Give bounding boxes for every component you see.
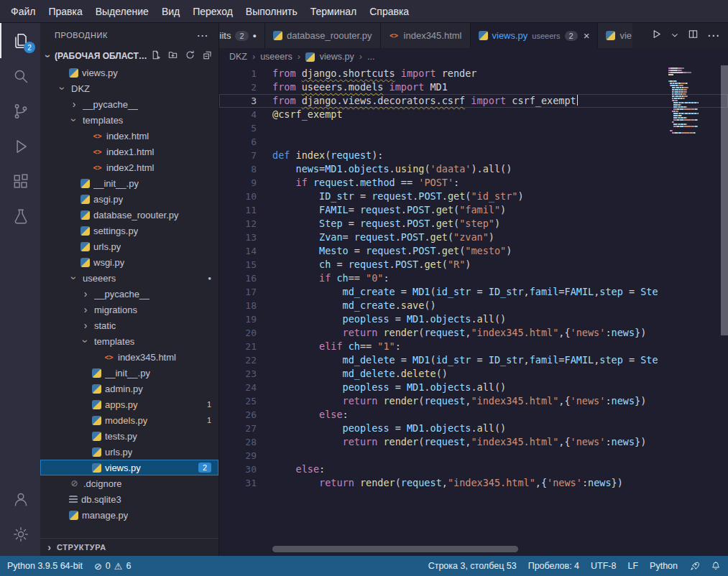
tree-item-index1-html[interactable]: index1.html (40, 144, 218, 159)
tree-item-dcignore[interactable]: .dcignore (40, 475, 218, 491)
breadcrumb-file[interactable]: views.py (320, 52, 354, 62)
tree-item-manage-py[interactable]: manage.py (40, 507, 218, 523)
code-line-18[interactable]: 18 md_create.save() (219, 299, 728, 312)
code-line-12[interactable]: 12 Step = request.POST.get("step") (219, 217, 728, 231)
code-line-31[interactable]: 31 return render(request,"index345.html"… (219, 476, 728, 490)
menu-item-8[interactable]: Справка (363, 3, 415, 20)
code-line-1[interactable]: 1from django.shortcuts import render (219, 67, 728, 80)
tree-item-admin-py[interactable]: admin.py (40, 381, 218, 396)
menu-item-4[interactable]: Вид (155, 3, 186, 20)
code-line-5[interactable]: 5 (219, 121, 728, 135)
tree-item-database-roouter-py[interactable]: database_roouter.py (40, 207, 218, 223)
workspace-section-header[interactable]: (РАБОЧАЯ ОБЛАСТЬ) ... (40, 47, 218, 64)
code-line-8[interactable]: 8 news=MD1.objects.using('daata').all() (219, 162, 728, 176)
collapse-all-icon[interactable] (202, 50, 213, 62)
tree-item-index345-html[interactable]: index345.html (40, 349, 218, 365)
tree-item-useeers[interactable]: useeers● (40, 270, 218, 286)
tree-item-wsgi-py[interactable]: wsgi.py (40, 254, 218, 270)
vertical-scrollbar[interactable] (721, 65, 728, 335)
notifications-bell-icon[interactable] (711, 561, 721, 571)
code-line-17[interactable]: 17 md_create = MD1(id_str = ID_str,famil… (219, 285, 728, 299)
close-icon[interactable]: × (584, 29, 590, 42)
code-editor[interactable]: 1from django.shortcuts import render2fro… (219, 65, 728, 556)
tree-item-apps-py[interactable]: apps.py1 (40, 396, 218, 412)
menu-item-3[interactable]: Выделение (89, 3, 155, 20)
tree-item-templates[interactable]: templates (40, 333, 218, 349)
tree-item-static[interactable]: static (40, 317, 218, 333)
refresh-icon[interactable] (185, 50, 195, 62)
code-line-28[interactable]: 28 return render(request,"index345.html"… (219, 435, 728, 449)
tree-item-init-py[interactable]: __init__.py (40, 175, 218, 191)
tree-item-models-py[interactable]: models.py1 (40, 412, 218, 428)
python-interpreter[interactable]: Python 3.9.5 64-bit (7, 561, 83, 571)
problems-indicator[interactable]: ⊘ 0 ⚠ 6 (94, 561, 131, 572)
source-control-button[interactable] (0, 93, 40, 129)
breadcrumb-folder[interactable]: useeers (260, 52, 292, 62)
tab-vie[interactable]: vie (598, 23, 632, 48)
indentation-setting[interactable]: Пробелов: 4 (528, 561, 579, 571)
run-python-file-icon[interactable] (651, 29, 662, 42)
code-line-15[interactable]: 15 ch = request.POST.get("R") (219, 258, 728, 271)
tree-item-views-py[interactable]: views.py2 (40, 460, 218, 475)
code-line-21[interactable]: 21 elif ch== "1": (219, 340, 728, 353)
code-line-4[interactable]: 4@csrf_exempt (219, 108, 728, 121)
code-line-16[interactable]: 16 if ch== "0": (219, 271, 728, 285)
tree-item-urls-py[interactable]: urls.py (40, 238, 218, 254)
tab-views-py[interactable]: views.pyuseeers2× (471, 23, 599, 48)
code-line-13[interactable]: 13 Zvan= request.POST.get("zvan") (219, 231, 728, 244)
code-line-27[interactable]: 27 peopless = MD1.objects.all() (219, 422, 728, 435)
menu-item-7[interactable]: Терминал (304, 3, 363, 20)
encoding-setting[interactable]: UTF-8 (591, 561, 616, 571)
search-button[interactable] (0, 58, 40, 93)
tab-database-roouter-py[interactable]: database_roouter.py (265, 23, 381, 48)
eol-setting[interactable]: LF (627, 561, 638, 571)
settings-button[interactable] (0, 516, 40, 552)
code-line-30[interactable]: 30 else: (219, 463, 728, 476)
code-line-25[interactable]: 25 return render(request,"index345.html"… (219, 394, 728, 408)
rocket-icon[interactable] (689, 561, 699, 571)
tree-item-asgi-py[interactable]: asgi.py (40, 191, 218, 207)
code-line-20[interactable]: 20 return render(request,"index345.html"… (219, 326, 728, 340)
code-line-6[interactable]: 6 (219, 135, 728, 149)
code-line-29[interactable]: 29 (219, 449, 728, 463)
tree-item-pycache[interactable]: __pycache__ (40, 96, 218, 112)
code-line-2[interactable]: 2from useeers.models import MD1 (219, 80, 728, 94)
menu-item-6[interactable]: Выполнить (239, 3, 304, 20)
code-line-23[interactable]: 23 md_delete.delete() (219, 367, 728, 381)
tree-item-settings-py[interactable]: settings.py (40, 223, 218, 238)
split-editor-icon[interactable] (688, 29, 699, 42)
horizontal-scrollbar[interactable] (272, 546, 518, 552)
accounts-button[interactable] (0, 481, 40, 516)
code-line-19[interactable]: 19 peopless = MD1.objects.all() (219, 312, 728, 326)
tree-item-db-sqlite3[interactable]: db.sqlite3 (40, 491, 218, 507)
tree-item-migrations[interactable]: migrations (40, 302, 218, 317)
tree-item-dkz[interactable]: DKZ (40, 80, 218, 96)
tree-item-urls-py[interactable]: urls.py (40, 444, 218, 460)
tree-item-pycache[interactable]: __pycache__ (40, 286, 218, 302)
tree-item-views-py[interactable]: views.py (40, 65, 218, 80)
code-line-14[interactable]: 14 Mesto = request.POST.get("mesto") (219, 244, 728, 258)
code-line-26[interactable]: 26 else: (219, 408, 728, 422)
new-file-icon[interactable] (150, 50, 161, 62)
code-line-7[interactable]: 7def index(request): (219, 149, 728, 162)
menu-item-1[interactable]: Файл (4, 3, 42, 20)
breadcrumb-symbol[interactable]: ... (367, 52, 374, 62)
minimap[interactable] (668, 68, 719, 134)
run-dropdown-icon[interactable] (671, 29, 679, 42)
testing-button[interactable] (0, 199, 40, 234)
more-actions-icon[interactable]: ⋯ (707, 29, 719, 42)
tree-item-init-py[interactable]: __init__.py (40, 365, 218, 381)
tree-item-index2-html[interactable]: index2.html (40, 159, 218, 175)
menu-item-5[interactable]: Переход (186, 3, 239, 20)
new-folder-icon[interactable] (167, 50, 178, 62)
menu-item-2[interactable]: Правка (42, 3, 88, 20)
code-line-9[interactable]: 9 if request.method == 'POST': (219, 176, 728, 190)
tab-iiits[interactable]: iiits2● (219, 23, 265, 48)
breadcrumb-project[interactable]: DKZ (229, 52, 247, 62)
tree-item-tests-py[interactable]: tests.py (40, 428, 218, 444)
code-line-24[interactable]: 24 peopless = MD1.objects.all() (219, 381, 728, 394)
outline-section-header[interactable]: СТРУКТУРА (40, 538, 218, 556)
code-line-10[interactable]: 10 ID_str = request.POST.get("id_str") (219, 190, 728, 203)
explorer-button[interactable]: 2 (0, 23, 40, 58)
run-debug-button[interactable] (0, 129, 40, 164)
